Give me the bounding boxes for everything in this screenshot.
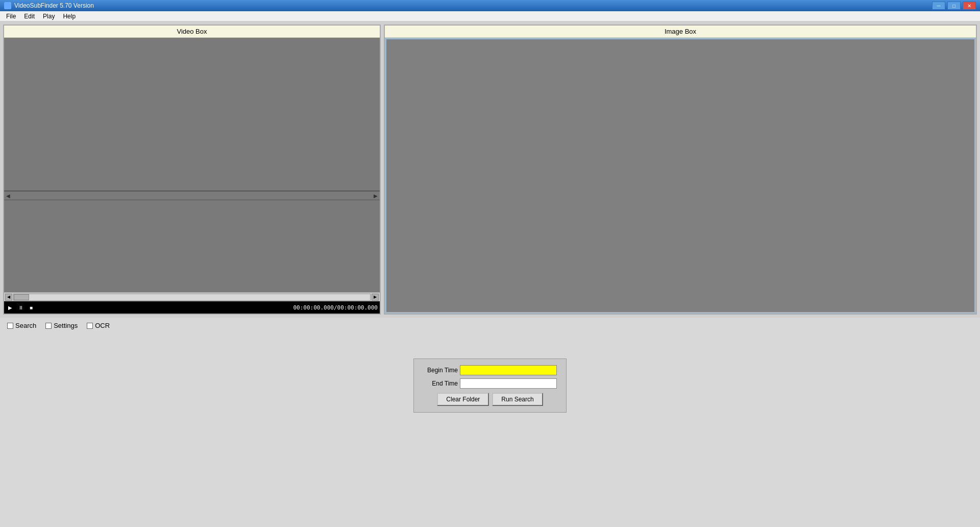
divider-left-arrow: ◀ bbox=[6, 193, 10, 199]
search-panel-content: Begin Time End Time Clear Folder Run Sea… bbox=[3, 334, 977, 437]
end-time-label: End Time bbox=[422, 380, 458, 387]
minimize-button[interactable]: ─ bbox=[932, 2, 945, 10]
close-button[interactable]: ✕ bbox=[963, 2, 976, 10]
tab-search-checkbox[interactable] bbox=[7, 323, 13, 329]
app-icon bbox=[4, 2, 11, 9]
scroll-right-arrow[interactable]: ▶ bbox=[372, 294, 379, 301]
menu-file[interactable]: File bbox=[2, 12, 20, 21]
stop-button[interactable]: ■ bbox=[28, 304, 35, 312]
divider-right-arrow: ▶ bbox=[374, 193, 378, 199]
video-content-area: ◀ ▶ bbox=[4, 38, 380, 292]
tab-settings-checkbox[interactable] bbox=[45, 323, 52, 329]
menu-play[interactable]: Play bbox=[39, 12, 59, 21]
pause-button[interactable]: ⏸ bbox=[16, 304, 26, 312]
scroll-track[interactable] bbox=[13, 294, 371, 301]
video-controls: ▶ ⏸ ■ 00:00:00.000/00:00:00.000 bbox=[4, 301, 380, 314]
restore-button[interactable]: □ bbox=[947, 2, 961, 10]
video-panel: Video Box ◀ ▶ ◀ ▶ ▶ ⏸ ■ bbox=[3, 25, 381, 315]
end-time-row: End Time bbox=[422, 378, 558, 389]
tab-ocr-checkbox[interactable] bbox=[87, 323, 93, 329]
begin-time-label: Begin Time bbox=[422, 367, 458, 374]
end-time-input[interactable] bbox=[460, 378, 557, 389]
play-button[interactable]: ▶ bbox=[6, 304, 14, 312]
video-lower-frame bbox=[4, 200, 380, 292]
image-panel: Image Box bbox=[384, 25, 977, 315]
video-divider[interactable]: ◀ ▶ bbox=[4, 191, 380, 200]
image-content-area bbox=[385, 38, 976, 314]
bottom-section: Search Settings OCR Begin Time End Time bbox=[0, 318, 980, 527]
clear-folder-button[interactable]: Clear Folder bbox=[437, 393, 489, 406]
scroll-left-arrow[interactable]: ◀ bbox=[5, 294, 12, 301]
video-upper-frame bbox=[4, 38, 380, 191]
title-bar: VideoSubFinder 5.70 Version ─ □ ✕ bbox=[0, 0, 980, 11]
tabs-bar: Search Settings OCR bbox=[3, 321, 977, 330]
tab-ocr-label: OCR bbox=[95, 322, 110, 329]
tab-search[interactable]: Search bbox=[3, 321, 40, 330]
menu-edit[interactable]: Edit bbox=[20, 12, 39, 21]
main-content: Video Box ◀ ▶ ◀ ▶ ▶ ⏸ ■ bbox=[0, 21, 980, 527]
time-display: 00:00:00.000/00:00:00.000 bbox=[37, 304, 378, 311]
tab-ocr[interactable]: OCR bbox=[83, 321, 114, 330]
begin-time-input[interactable] bbox=[460, 365, 557, 375]
search-form-box: Begin Time End Time Clear Folder Run Sea… bbox=[413, 358, 567, 413]
video-box-title: Video Box bbox=[4, 26, 380, 38]
run-search-button[interactable]: Run Search bbox=[492, 393, 543, 406]
tab-settings-label: Settings bbox=[54, 322, 78, 329]
image-box-title: Image Box bbox=[385, 26, 976, 38]
video-scrollbar[interactable]: ◀ ▶ bbox=[4, 292, 380, 301]
window-controls: ─ □ ✕ bbox=[932, 2, 976, 10]
scroll-thumb[interactable] bbox=[14, 294, 29, 300]
menu-bar: File Edit Play Help bbox=[0, 11, 980, 21]
title-label: VideoSubFinder 5.70 Version bbox=[14, 2, 94, 9]
form-buttons: Clear Folder Run Search bbox=[422, 393, 558, 406]
title-text: VideoSubFinder 5.70 Version bbox=[4, 2, 94, 9]
tab-settings[interactable]: Settings bbox=[41, 321, 82, 330]
begin-time-row: Begin Time bbox=[422, 365, 558, 375]
tab-search-label: Search bbox=[15, 322, 36, 329]
panels-area: Video Box ◀ ▶ ◀ ▶ ▶ ⏸ ■ bbox=[0, 21, 980, 318]
menu-help[interactable]: Help bbox=[59, 12, 80, 21]
